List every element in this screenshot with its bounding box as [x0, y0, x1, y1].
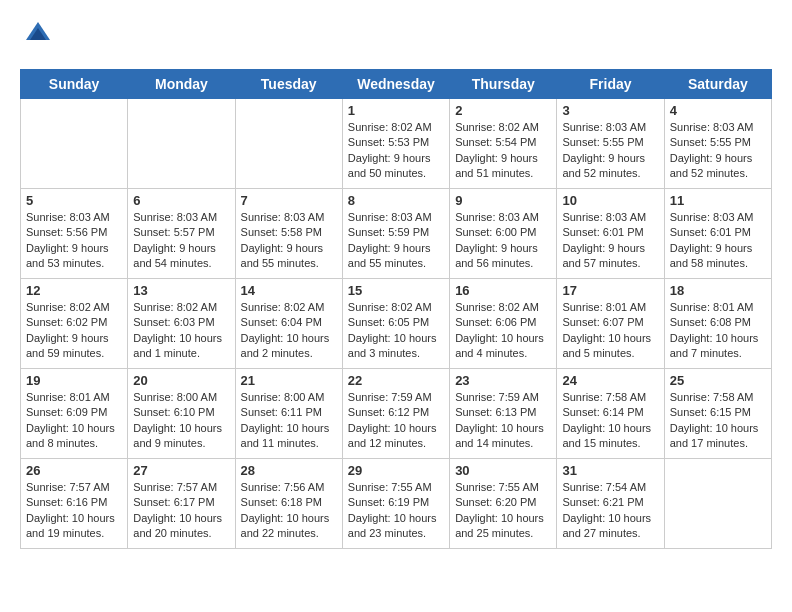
calendar-cell: 7Sunrise: 8:03 AM Sunset: 5:58 PM Daylig…	[235, 189, 342, 279]
date-number: 6	[133, 193, 229, 208]
date-number: 9	[455, 193, 551, 208]
calendar-cell: 26Sunrise: 7:57 AM Sunset: 6:16 PM Dayli…	[21, 459, 128, 549]
cell-info: Sunrise: 8:02 AM Sunset: 5:54 PM Dayligh…	[455, 120, 551, 182]
calendar-cell	[21, 99, 128, 189]
cell-info: Sunrise: 8:03 AM Sunset: 5:57 PM Dayligh…	[133, 210, 229, 272]
calendar-cell: 2Sunrise: 8:02 AM Sunset: 5:54 PM Daylig…	[450, 99, 557, 189]
cell-info: Sunrise: 8:03 AM Sunset: 6:01 PM Dayligh…	[562, 210, 658, 272]
cell-info: Sunrise: 8:01 AM Sunset: 6:08 PM Dayligh…	[670, 300, 766, 362]
logo-text	[20, 20, 52, 53]
calendar-cell	[664, 459, 771, 549]
calendar-cell: 31Sunrise: 7:54 AM Sunset: 6:21 PM Dayli…	[557, 459, 664, 549]
calendar-cell: 23Sunrise: 7:59 AM Sunset: 6:13 PM Dayli…	[450, 369, 557, 459]
cell-info: Sunrise: 7:58 AM Sunset: 6:15 PM Dayligh…	[670, 390, 766, 452]
calendar-cell: 3Sunrise: 8:03 AM Sunset: 5:55 PM Daylig…	[557, 99, 664, 189]
date-number: 17	[562, 283, 658, 298]
cell-info: Sunrise: 8:03 AM Sunset: 5:56 PM Dayligh…	[26, 210, 122, 272]
date-number: 19	[26, 373, 122, 388]
header-thursday: Thursday	[450, 70, 557, 99]
cell-info: Sunrise: 8:02 AM Sunset: 6:03 PM Dayligh…	[133, 300, 229, 362]
calendar-cell: 10Sunrise: 8:03 AM Sunset: 6:01 PM Dayli…	[557, 189, 664, 279]
header-wednesday: Wednesday	[342, 70, 449, 99]
cell-info: Sunrise: 8:03 AM Sunset: 5:55 PM Dayligh…	[562, 120, 658, 182]
date-number: 31	[562, 463, 658, 478]
date-number: 30	[455, 463, 551, 478]
header-row: Sunday Monday Tuesday Wednesday Thursday…	[21, 70, 772, 99]
date-number: 13	[133, 283, 229, 298]
cell-info: Sunrise: 7:56 AM Sunset: 6:18 PM Dayligh…	[241, 480, 337, 542]
calendar-cell: 6Sunrise: 8:03 AM Sunset: 5:57 PM Daylig…	[128, 189, 235, 279]
cell-info: Sunrise: 8:02 AM Sunset: 6:06 PM Dayligh…	[455, 300, 551, 362]
calendar-cell: 17Sunrise: 8:01 AM Sunset: 6:07 PM Dayli…	[557, 279, 664, 369]
week-row-1: 1Sunrise: 8:02 AM Sunset: 5:53 PM Daylig…	[21, 99, 772, 189]
date-number: 26	[26, 463, 122, 478]
calendar-cell: 29Sunrise: 7:55 AM Sunset: 6:19 PM Dayli…	[342, 459, 449, 549]
calendar-cell	[128, 99, 235, 189]
calendar-table: Sunday Monday Tuesday Wednesday Thursday…	[20, 69, 772, 549]
cell-info: Sunrise: 7:59 AM Sunset: 6:12 PM Dayligh…	[348, 390, 444, 452]
cell-info: Sunrise: 7:57 AM Sunset: 6:17 PM Dayligh…	[133, 480, 229, 542]
calendar-cell: 1Sunrise: 8:02 AM Sunset: 5:53 PM Daylig…	[342, 99, 449, 189]
calendar-cell	[235, 99, 342, 189]
cell-info: Sunrise: 8:01 AM Sunset: 6:07 PM Dayligh…	[562, 300, 658, 362]
cell-info: Sunrise: 7:57 AM Sunset: 6:16 PM Dayligh…	[26, 480, 122, 542]
calendar-cell: 4Sunrise: 8:03 AM Sunset: 5:55 PM Daylig…	[664, 99, 771, 189]
calendar-cell: 8Sunrise: 8:03 AM Sunset: 5:59 PM Daylig…	[342, 189, 449, 279]
cell-info: Sunrise: 7:59 AM Sunset: 6:13 PM Dayligh…	[455, 390, 551, 452]
logo-icon	[24, 20, 52, 48]
date-number: 22	[348, 373, 444, 388]
date-number: 2	[455, 103, 551, 118]
logo	[20, 20, 52, 53]
cell-info: Sunrise: 8:02 AM Sunset: 6:05 PM Dayligh…	[348, 300, 444, 362]
calendar-cell: 20Sunrise: 8:00 AM Sunset: 6:10 PM Dayli…	[128, 369, 235, 459]
date-number: 11	[670, 193, 766, 208]
date-number: 16	[455, 283, 551, 298]
date-number: 27	[133, 463, 229, 478]
calendar-cell: 5Sunrise: 8:03 AM Sunset: 5:56 PM Daylig…	[21, 189, 128, 279]
calendar-cell: 11Sunrise: 8:03 AM Sunset: 6:01 PM Dayli…	[664, 189, 771, 279]
date-number: 8	[348, 193, 444, 208]
cell-info: Sunrise: 8:03 AM Sunset: 5:59 PM Dayligh…	[348, 210, 444, 272]
date-number: 24	[562, 373, 658, 388]
cell-info: Sunrise: 8:02 AM Sunset: 6:04 PM Dayligh…	[241, 300, 337, 362]
date-number: 4	[670, 103, 766, 118]
date-number: 12	[26, 283, 122, 298]
week-row-4: 19Sunrise: 8:01 AM Sunset: 6:09 PM Dayli…	[21, 369, 772, 459]
date-number: 18	[670, 283, 766, 298]
calendar-cell: 12Sunrise: 8:02 AM Sunset: 6:02 PM Dayli…	[21, 279, 128, 369]
cell-info: Sunrise: 8:00 AM Sunset: 6:11 PM Dayligh…	[241, 390, 337, 452]
calendar-cell: 27Sunrise: 7:57 AM Sunset: 6:17 PM Dayli…	[128, 459, 235, 549]
calendar-cell: 19Sunrise: 8:01 AM Sunset: 6:09 PM Dayli…	[21, 369, 128, 459]
week-row-5: 26Sunrise: 7:57 AM Sunset: 6:16 PM Dayli…	[21, 459, 772, 549]
cell-info: Sunrise: 8:03 AM Sunset: 5:58 PM Dayligh…	[241, 210, 337, 272]
cell-info: Sunrise: 7:54 AM Sunset: 6:21 PM Dayligh…	[562, 480, 658, 542]
cell-info: Sunrise: 8:02 AM Sunset: 5:53 PM Dayligh…	[348, 120, 444, 182]
date-number: 25	[670, 373, 766, 388]
calendar-body: 1Sunrise: 8:02 AM Sunset: 5:53 PM Daylig…	[21, 99, 772, 549]
header-friday: Friday	[557, 70, 664, 99]
date-number: 3	[562, 103, 658, 118]
date-number: 10	[562, 193, 658, 208]
date-number: 29	[348, 463, 444, 478]
header-saturday: Saturday	[664, 70, 771, 99]
cell-info: Sunrise: 7:55 AM Sunset: 6:20 PM Dayligh…	[455, 480, 551, 542]
cell-info: Sunrise: 7:58 AM Sunset: 6:14 PM Dayligh…	[562, 390, 658, 452]
calendar-cell: 15Sunrise: 8:02 AM Sunset: 6:05 PM Dayli…	[342, 279, 449, 369]
cell-info: Sunrise: 8:03 AM Sunset: 6:01 PM Dayligh…	[670, 210, 766, 272]
cell-info: Sunrise: 8:02 AM Sunset: 6:02 PM Dayligh…	[26, 300, 122, 362]
date-number: 21	[241, 373, 337, 388]
date-number: 5	[26, 193, 122, 208]
page-header	[20, 20, 772, 53]
calendar-cell: 13Sunrise: 8:02 AM Sunset: 6:03 PM Dayli…	[128, 279, 235, 369]
date-number: 7	[241, 193, 337, 208]
date-number: 14	[241, 283, 337, 298]
date-number: 15	[348, 283, 444, 298]
cell-info: Sunrise: 8:03 AM Sunset: 6:00 PM Dayligh…	[455, 210, 551, 272]
week-row-2: 5Sunrise: 8:03 AM Sunset: 5:56 PM Daylig…	[21, 189, 772, 279]
calendar-cell: 25Sunrise: 7:58 AM Sunset: 6:15 PM Dayli…	[664, 369, 771, 459]
header-monday: Monday	[128, 70, 235, 99]
calendar-cell: 30Sunrise: 7:55 AM Sunset: 6:20 PM Dayli…	[450, 459, 557, 549]
date-number: 28	[241, 463, 337, 478]
date-number: 23	[455, 373, 551, 388]
cell-info: Sunrise: 8:00 AM Sunset: 6:10 PM Dayligh…	[133, 390, 229, 452]
